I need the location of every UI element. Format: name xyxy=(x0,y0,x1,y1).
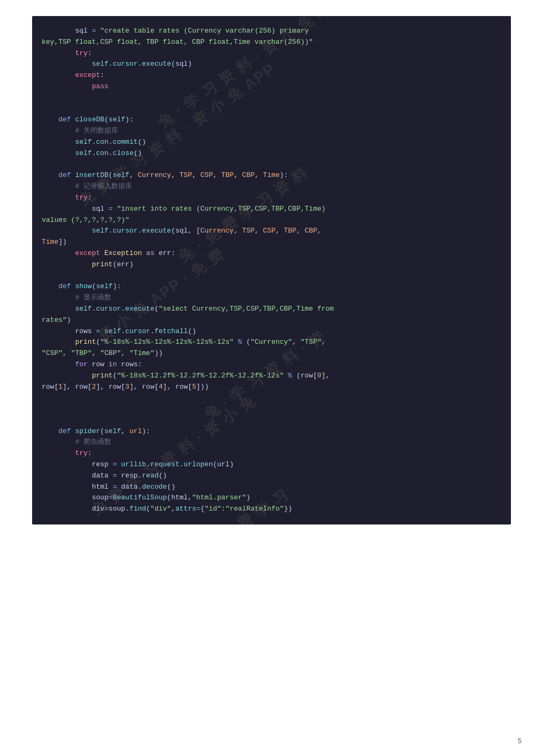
code-line-20: Time]) xyxy=(32,237,511,248)
code-line-26: self.cursor.execute("select Currency,TSP… xyxy=(32,304,511,315)
code-line-24: def show(self): xyxy=(32,281,511,292)
code-line-4: self.cursor.execute(sql) xyxy=(32,59,511,70)
code-line-16: try: xyxy=(32,192,511,204)
code-line-36 xyxy=(32,415,511,426)
code-line-41: data = resp.read() xyxy=(32,470,511,482)
code-line-7 xyxy=(32,92,511,104)
code-line-31: for row in rows: xyxy=(32,359,511,371)
code-line-19: self.cursor.execute(sql, [Currency, TSP,… xyxy=(32,226,511,237)
code-line-30: "CSP", "TBP", "CBP", "Time")) xyxy=(32,348,511,359)
code-line-44: div=soup.find("div",attrs={"id":"realRat… xyxy=(32,504,511,515)
code-line-38: # 爬虫函数 xyxy=(32,437,511,448)
code-line-40: resp = urllib.request.urlopen(url) xyxy=(32,459,511,470)
code-line-12: self.con.close() xyxy=(32,148,511,159)
code-line-39: try: xyxy=(32,448,511,459)
code-line-15: # 记录插入数据库 xyxy=(32,181,511,192)
code-line-1: sql = "create table rates (Currency varc… xyxy=(32,26,511,37)
page: 兔 · 学 习 资 料 · 资 小 兔 APP 免 费 学 习 资 料 · 资 … xyxy=(0,0,543,756)
code-line-28: rows = self.cursor.fetchall() xyxy=(32,326,511,337)
code-line-25: # 显示函数 xyxy=(32,292,511,304)
code-line-35 xyxy=(32,404,511,415)
code-line-18: values (?,?,?,?,?,?)" xyxy=(32,215,511,226)
code-line-11: self.con.commit() xyxy=(32,137,511,148)
code-line-43: soup=BeautifulSoup(html,"html.parser") xyxy=(32,492,511,504)
code-line-33: row[1], row[2], row[3], row[4], row[5])) xyxy=(32,382,511,393)
code-line-10: # 关闭数据库 xyxy=(32,126,511,137)
code-line-42: html = data.decode() xyxy=(32,482,511,493)
code-line-34 xyxy=(32,392,511,404)
code-line-13 xyxy=(32,159,511,171)
code-line-2: key,TSP float,CSP float, TBP float, CBP … xyxy=(32,37,511,48)
code-line-8 xyxy=(32,104,511,115)
code-line-3: try: xyxy=(32,48,511,59)
code-line-9: def closeDB(self): xyxy=(32,114,511,126)
code-line-23 xyxy=(32,271,511,282)
page-number: 5 xyxy=(518,736,522,746)
code-line-14: def insertDB(self, Currency, TSP, CSP, T… xyxy=(32,170,511,181)
code-line-17: sql = "insert into rates (Currency,TSP,C… xyxy=(32,204,511,215)
code-line-29: print("%-18s%-12s%-12s%-12s%-12s%-12s" %… xyxy=(32,337,511,348)
code-line-22: print(err) xyxy=(32,259,511,271)
code-line-27: rates") xyxy=(32,315,511,326)
code-block: 兔 · 学 习 资 料 · 资 小 兔 APP 免 费 学 习 资 料 · 资 … xyxy=(32,16,511,524)
code-line-37: def spider(self, url): xyxy=(32,426,511,437)
code-line-21: except Exception as err: xyxy=(32,248,511,259)
code-line-5: except: xyxy=(32,70,511,81)
code-line-32: print("%-18s%-12.2f%-12.2f%-12.2f%-12.2f… xyxy=(32,371,511,382)
code-line-6: pass xyxy=(32,81,511,92)
